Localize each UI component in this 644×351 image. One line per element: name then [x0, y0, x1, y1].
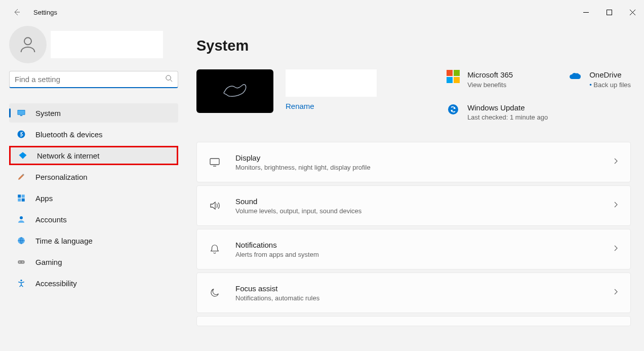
chevron-right-icon [612, 158, 619, 167]
back-icon [13, 8, 21, 16]
info-title: OneDrive [589, 69, 631, 81]
update-icon [446, 102, 460, 116]
minimize-button[interactable] [574, 4, 597, 20]
sound-icon [208, 199, 221, 212]
chevron-right-icon [612, 288, 619, 297]
card-sub: Alerts from apps and system [235, 250, 612, 259]
avatar [9, 26, 47, 63]
wifi-icon [18, 150, 28, 161]
sidebar-item-label: System [35, 109, 61, 118]
svg-point-16 [20, 280, 22, 281]
info-title: Windows Update [467, 102, 548, 113]
bluetooth-icon [16, 129, 26, 139]
maximize-icon [607, 10, 612, 15]
window-title: Settings [33, 9, 57, 16]
globe-icon [16, 236, 26, 246]
sidebar-item-label: Network & internet [37, 151, 99, 160]
svg-rect-0 [607, 10, 612, 15]
svg-point-11 [20, 216, 23, 219]
accessibility-icon [16, 278, 26, 288]
card-title: Notifications [235, 240, 612, 250]
info-windows-update[interactable]: Windows Update Last checked: 1 minute ag… [446, 102, 548, 123]
search-icon [165, 74, 173, 84]
search-box[interactable] [9, 71, 178, 88]
profile-name-placeholder [51, 31, 163, 58]
profile-block[interactable] [9, 24, 178, 65]
page-title: System [196, 37, 631, 54]
card-title: Sound [235, 196, 612, 207]
info-grid: Microsoft 365 View benefits OneDrive Bac… [446, 69, 631, 123]
back-button[interactable] [9, 5, 24, 20]
device-name-placeholder [286, 69, 377, 97]
sidebar-item-network[interactable]: Network & internet [9, 146, 178, 165]
rename-link[interactable]: Rename [286, 102, 377, 110]
monitor-icon [16, 108, 26, 118]
sidebar-item-accessibility[interactable]: Accessibility [9, 274, 178, 293]
close-button[interactable] [621, 4, 644, 20]
chevron-right-icon [612, 201, 619, 210]
sidebar-item-personalization[interactable]: Personalization [9, 167, 178, 186]
svg-rect-13 [18, 260, 25, 264]
apps-icon [16, 193, 26, 203]
card-title: Display [235, 152, 612, 163]
brush-icon [16, 172, 26, 182]
bell-icon [208, 243, 221, 256]
svg-rect-10 [22, 199, 25, 202]
info-sub: View benefits [467, 81, 513, 90]
svg-rect-18 [210, 159, 219, 165]
chevron-right-icon [612, 245, 619, 254]
close-icon [630, 10, 635, 15]
main-content: System Rename Microsoft 365 View benefit… [178, 24, 644, 351]
search-input[interactable] [15, 75, 165, 84]
titlebar: Settings [0, 0, 644, 24]
sidebar-item-system[interactable]: System [9, 103, 178, 123]
gamepad-icon [16, 257, 26, 267]
moon-icon [208, 286, 221, 299]
maximize-button[interactable] [597, 4, 621, 20]
device-block: Rename [286, 69, 377, 110]
svg-point-17 [448, 104, 458, 114]
sidebar-item-gaming[interactable]: Gaming [9, 252, 178, 271]
sidebar: System Bluetooth & devices Network & int… [0, 24, 178, 351]
svg-point-6 [18, 131, 25, 138]
card-title: Focus assist [235, 283, 612, 294]
card-sound[interactable]: Sound Volume levels, output, input, soun… [196, 185, 631, 226]
info-sub: Back up files [589, 81, 631, 90]
card-partial[interactable] [196, 316, 631, 326]
svg-point-15 [22, 261, 23, 262]
info-onedrive[interactable]: OneDrive Back up files [568, 69, 631, 90]
sidebar-item-bluetooth[interactable]: Bluetooth & devices [9, 125, 178, 144]
sidebar-item-apps[interactable]: Apps [9, 188, 178, 208]
desktop-thumbnail [196, 69, 273, 113]
svg-rect-7 [18, 194, 21, 198]
sidebar-item-label: Bluetooth & devices [35, 130, 103, 139]
svg-point-1 [24, 37, 31, 45]
card-display[interactable]: Display Monitors, brightness, night ligh… [196, 142, 631, 182]
sidebar-item-label: Apps [35, 194, 53, 203]
sidebar-item-label: Personalization [35, 173, 88, 181]
svg-rect-4 [18, 110, 25, 114]
card-sub: Monitors, brightness, night light, displ… [235, 163, 612, 172]
person-icon [18, 34, 38, 55]
sidebar-nav: System Bluetooth & devices Network & int… [9, 103, 178, 293]
svg-point-14 [19, 261, 20, 262]
sidebar-item-label: Accessibility [35, 279, 77, 288]
window-controls [574, 4, 644, 20]
card-focus-assist[interactable]: Focus assist Notifications, automatic ru… [196, 272, 631, 313]
sidebar-item-time-language[interactable]: Time & language [9, 231, 178, 250]
sidebar-item-label: Gaming [35, 258, 62, 266]
microsoft-logo-icon [446, 69, 460, 84]
info-sub: Last checked: 1 minute ago [467, 113, 548, 123]
info-title: Microsoft 365 [467, 69, 513, 81]
card-notifications[interactable]: Notifications Alerts from apps and syste… [196, 229, 631, 269]
display-icon [208, 155, 221, 169]
svg-rect-9 [18, 199, 21, 202]
person-icon [16, 214, 26, 224]
sidebar-item-accounts[interactable]: Accounts [9, 210, 178, 229]
card-sub: Notifications, automatic rules [235, 294, 612, 303]
settings-cards: Display Monitors, brightness, night ligh… [196, 142, 631, 326]
svg-rect-8 [22, 194, 25, 198]
minimize-icon [583, 10, 589, 15]
info-ms365[interactable]: Microsoft 365 View benefits [446, 69, 548, 90]
sidebar-item-label: Time & language [35, 237, 93, 245]
